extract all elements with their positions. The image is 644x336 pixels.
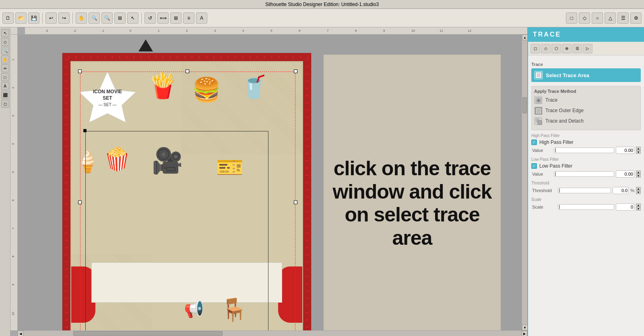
drink-icon: 🥤: [240, 76, 268, 98]
scroll-down-arrow[interactable]: ▼: [522, 325, 527, 330]
low-pass-spin-down[interactable]: ▼: [636, 174, 641, 178]
tool-eraser[interactable]: ◻: [1, 100, 9, 108]
panel-icon-5[interactable]: ☰: [572, 44, 582, 53]
toolbar-panel1[interactable]: □: [566, 12, 577, 24]
scale-value-row: Scale 0 ▲ ▼: [531, 203, 641, 211]
toolbar-panel3[interactable]: ○: [592, 12, 603, 24]
threshold-slider[interactable]: [558, 188, 611, 193]
high-pass-spin-down[interactable]: ▼: [636, 150, 641, 154]
ruler-mark-v2: 2: [11, 87, 15, 88]
trace-and-detach-label: Trace and Detach: [545, 118, 584, 124]
panel-icon-1[interactable]: ◻: [530, 44, 540, 53]
design-card[interactable]: ICON MOVIE SET — SET — 🍟 🍔 🥤: [62, 53, 312, 330]
threshold-spin-down[interactable]: ▼: [636, 191, 641, 194]
toolbar-hand[interactable]: ✋: [76, 12, 87, 24]
ruler-mark-12: 12: [468, 29, 471, 33]
toolbar-text[interactable]: A: [196, 12, 207, 24]
trace-opt-svg: [535, 96, 543, 104]
burger-icon: 🍔: [192, 78, 221, 101]
svg-rect-5: [537, 73, 541, 77]
scale-spin-down[interactable]: ▼: [636, 207, 641, 211]
ruler-mark-1: 1: [158, 29, 159, 33]
toolbar-undo[interactable]: ↩: [45, 12, 57, 24]
low-pass-slider[interactable]: [554, 171, 614, 177]
high-pass-value-display[interactable]: 0.00: [616, 147, 634, 154]
toolbar-grid[interactable]: ⊞: [170, 12, 182, 24]
tool-draw[interactable]: ✏: [1, 64, 9, 72]
ruler-mark-n2: -2: [73, 29, 76, 33]
threshold-value-display[interactable]: 0.0: [613, 187, 629, 194]
selection-handle-ml[interactable]: [78, 201, 82, 204]
scroll-left-arrow[interactable]: ◀: [18, 331, 23, 336]
up-arrow-indicator: [138, 39, 153, 51]
scroll-up-arrow[interactable]: ▲: [522, 35, 527, 40]
toolbar-redo[interactable]: ↪: [58, 12, 70, 24]
ruler-mark-0: 0: [130, 29, 131, 33]
h-scroll-track[interactable]: [23, 331, 522, 336]
toolbar-zoom-out[interactable]: 🔍: [101, 12, 113, 24]
threshold-spin-up[interactable]: ▲: [636, 187, 641, 191]
selection-handle-mr[interactable]: [294, 201, 297, 204]
h-scroll-thumb[interactable]: [73, 331, 223, 336]
toolbar-rotate[interactable]: ↺: [144, 12, 156, 24]
instruction-text: click on the trace window and click on s…: [332, 157, 493, 250]
trace-outer-edge-row[interactable]: Trace Outer Edge: [534, 107, 638, 115]
panel-icon-4[interactable]: ⊕: [562, 44, 572, 53]
toolbar-mirror[interactable]: ⟺: [157, 12, 169, 24]
toolbar-zoom-in[interactable]: 🔍: [89, 12, 100, 24]
high-pass-checkbox[interactable]: ✓: [531, 139, 537, 145]
toolbar-open[interactable]: 📂: [15, 12, 27, 24]
low-pass-value-display[interactable]: 0.00: [616, 170, 634, 178]
scale-value-display[interactable]: 0: [616, 203, 634, 211]
tool-select[interactable]: ↖: [1, 29, 9, 37]
fries-icon: 🍟: [148, 74, 178, 98]
right-scrollbar[interactable]: ▲ ▼: [522, 35, 527, 330]
tool-shape[interactable]: □: [1, 73, 9, 81]
selection-handle-tl[interactable]: [78, 70, 82, 73]
scroll-thumb[interactable]: [522, 97, 527, 113]
tool-fill[interactable]: ⬛: [1, 91, 9, 99]
toolbar-save[interactable]: 💾: [28, 12, 39, 24]
trace-option-row[interactable]: Trace: [534, 96, 638, 104]
panel-icon-6[interactable]: ▷: [583, 44, 592, 53]
toolbar-align[interactable]: ≡: [183, 12, 194, 24]
high-pass-value-row: Value 0.00 ▲ ▼: [531, 147, 641, 154]
threshold-section-title: Threshold: [531, 181, 641, 185]
low-pass-spin-up[interactable]: ▲: [636, 170, 641, 174]
scroll-right-arrow[interactable]: ▶: [522, 331, 527, 336]
tool-text[interactable]: A: [1, 82, 9, 90]
high-pass-slider[interactable]: [554, 148, 614, 153]
ruler-mark-4: 4: [242, 29, 244, 33]
tool-zoom[interactable]: 🔍: [1, 47, 9, 55]
scale-slider[interactable]: [558, 204, 614, 210]
toolbar-panel2[interactable]: ◇: [579, 12, 590, 24]
ruler-mark-6: 6: [299, 29, 300, 33]
toolbar-panel6[interactable]: ⚙: [630, 12, 642, 24]
toolbar-panel4[interactable]: △: [605, 12, 616, 24]
selection-handle-tr[interactable]: [294, 70, 297, 73]
toolbar-fit[interactable]: ⊞: [114, 12, 126, 24]
scale-spinners: ▲ ▼: [636, 203, 641, 211]
panel-icon-3[interactable]: ⬡: [551, 44, 561, 53]
tool-node[interactable]: ◇: [1, 38, 9, 46]
toolbar-select[interactable]: ↖: [127, 12, 138, 24]
canvas-viewport[interactable]: ICON MOVIE SET — SET — 🍟 🍔 🥤: [18, 35, 522, 330]
ruler-mark-2: 2: [186, 29, 188, 33]
selection-handle-tm[interactable]: [186, 70, 189, 73]
scroll-track[interactable]: [522, 40, 527, 325]
select-trace-area-button[interactable]: Select Trace Area: [531, 68, 641, 82]
tool-pan[interactable]: ✋: [1, 55, 9, 64]
instruction-area: click on the trace window and click on s…: [324, 55, 501, 330]
scale-spin-up[interactable]: ▲: [636, 203, 641, 207]
bottom-scrollbar[interactable]: ◀ ▶: [18, 330, 527, 336]
icecream-icon: 🍦: [75, 150, 100, 174]
toolbar-new[interactable]: 🗋: [2, 12, 14, 24]
trace-and-detach-row[interactable]: Trace and Detach: [534, 117, 638, 125]
ticket-icon: 🎫: [216, 154, 244, 180]
low-pass-checkbox[interactable]: ✓: [531, 163, 537, 169]
panel-icon-2[interactable]: ◇: [541, 44, 551, 53]
low-pass-value-label: Value: [532, 172, 552, 176]
high-pass-spin-up[interactable]: ▲: [636, 147, 641, 150]
toolbar-panel5[interactable]: ☰: [617, 12, 629, 24]
trace-outer-edge-icon: [534, 107, 542, 115]
